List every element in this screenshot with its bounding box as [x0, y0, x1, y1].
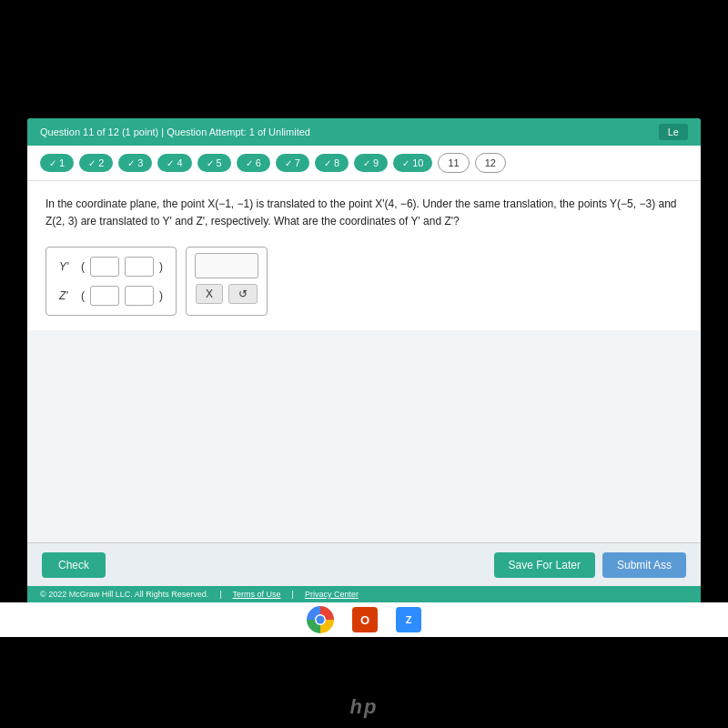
nav-btn-5[interactable]: ✓5: [197, 154, 231, 172]
terms-of-use[interactable]: Terms of Use: [233, 590, 281, 599]
keypad-x-button[interactable]: X: [196, 284, 223, 304]
screen: Question 11 of 12 (1 point) | Question A…: [27, 118, 701, 592]
keypad-box: X ↺: [186, 247, 268, 316]
copyright-bar: © 2022 McGraw Hill LLC. All Rights Reser…: [27, 586, 701, 602]
question-nav: ✓1 ✓2 ✓3 ✓4 ✓5 ✓6 ✓7 ✓8 ✓9 ✓10 11 12: [27, 146, 701, 181]
nav-btn-4[interactable]: ✓4: [157, 154, 191, 172]
y-y-input[interactable]: [125, 257, 154, 277]
z-prime-label: Z': [59, 289, 76, 302]
z-prime-row: Z' ( ): [59, 286, 163, 306]
keypad-actions: X ↺: [196, 284, 258, 304]
coordinate-box: Y' ( ) Z' ( ): [46, 247, 177, 316]
nav-btn-11[interactable]: 11: [438, 153, 469, 173]
main-content: In the coordinate plane, the point X(−1,…: [27, 181, 701, 330]
nav-btn-3[interactable]: ✓3: [118, 154, 152, 172]
footer-bar: Check Save For Later Submit Ass: [27, 542, 701, 587]
nav-btn-7[interactable]: ✓7: [276, 154, 309, 172]
y-prime-row: Y' ( ): [59, 257, 163, 277]
nav-btn-6[interactable]: ✓6: [237, 154, 270, 172]
hp-logo: hp: [350, 695, 379, 719]
z-x-input[interactable]: [90, 286, 119, 306]
keypad-undo-button[interactable]: ↺: [228, 284, 258, 304]
nav-btn-8[interactable]: ✓8: [315, 154, 349, 172]
nav-btn-10[interactable]: ✓10: [393, 154, 432, 172]
nav-btn-12[interactable]: 12: [475, 153, 506, 173]
office-icon[interactable]: O: [352, 607, 378, 632]
keypad-display[interactable]: [195, 253, 258, 278]
le-button[interactable]: Le: [659, 124, 688, 140]
nav-btn-9[interactable]: ✓9: [354, 154, 388, 172]
answer-area: Y' ( ) Z' ( ) X ↺: [46, 247, 682, 316]
y-paren-open: (: [81, 260, 85, 273]
y-x-input[interactable]: [90, 257, 119, 277]
submit-assignment-button[interactable]: Submit Ass: [602, 552, 686, 578]
nav-btn-1[interactable]: ✓1: [40, 154, 74, 172]
right-footer-buttons: Save For Later Submit Ass: [494, 552, 686, 578]
nav-btn-2[interactable]: ✓2: [79, 154, 113, 172]
save-for-later-button[interactable]: Save For Later: [494, 552, 595, 578]
copyright-separator1: |: [219, 590, 221, 599]
chrome-icon[interactable]: [307, 606, 334, 633]
bottom-spacer: [27, 330, 701, 494]
y-prime-label: Y': [59, 260, 76, 273]
question-text: In the coordinate plane, the point X(−1,…: [46, 196, 682, 230]
z-paren-open: (: [81, 289, 85, 302]
copyright-text: © 2022 McGraw Hill LLC. All Rights Reser…: [40, 590, 208, 599]
z-paren-close: ): [159, 289, 163, 302]
question-info: Question 11 of 12 (1 point) | Question A…: [40, 126, 310, 137]
z-y-input[interactable]: [125, 286, 154, 306]
taskbar: O Z: [0, 602, 728, 637]
y-paren-close: ): [159, 260, 163, 273]
check-button[interactable]: Check: [42, 552, 106, 578]
header-bar: Question 11 of 12 (1 point) | Question A…: [27, 118, 701, 146]
zoom-icon[interactable]: Z: [396, 607, 421, 632]
privacy-center[interactable]: Privacy Center: [305, 590, 359, 599]
copyright-separator2: |: [292, 590, 294, 599]
